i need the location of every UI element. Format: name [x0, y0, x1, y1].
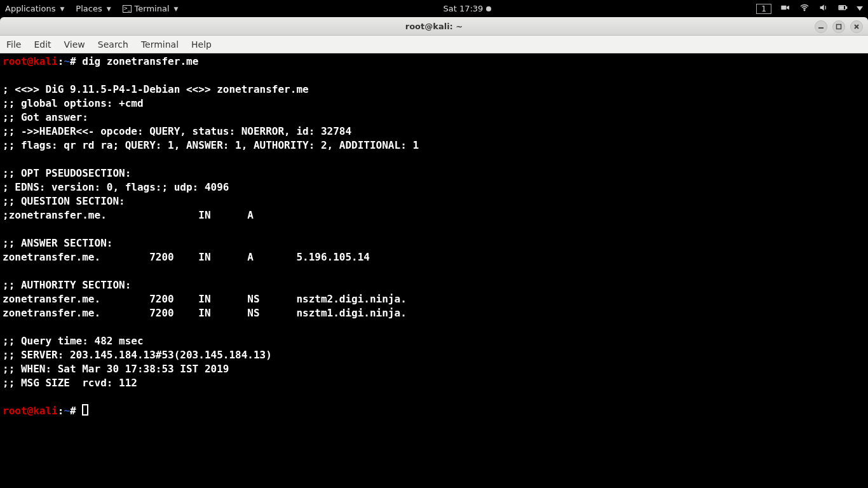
output-line: ;; Query time: 482 msec	[3, 335, 144, 347]
applications-label: Applications	[5, 4, 55, 13]
cursor-icon	[82, 404, 88, 416]
command-text: dig zonetransfer.me	[76, 55, 199, 67]
output-line: ; <<>> DiG 9.11.5-P4-1-Debian <<>> zonet…	[3, 83, 309, 95]
prompt-path: ~	[64, 405, 70, 417]
terminal-icon: >_	[123, 5, 132, 13]
output-line: ;; QUESTION SECTION:	[3, 195, 125, 207]
menu-search[interactable]: Search	[98, 39, 128, 50]
window-close-button[interactable]	[850, 20, 863, 33]
output-line: ;; ->>HEADER<<- opcode: QUERY, status: N…	[3, 125, 351, 137]
output-line: ;; WHEN: Sat Mar 30 17:38:53 IST 2019	[3, 363, 229, 375]
applications-menu[interactable]: Applications ▼	[5, 4, 64, 13]
terminal-app-label: Terminal	[135, 4, 170, 13]
workspace-indicator[interactable]: 1	[756, 4, 771, 14]
svg-point-1	[804, 10, 805, 11]
terminal-viewport[interactable]: root@kali:~# dig zonetransfer.me ; <<>> …	[0, 53, 868, 488]
prompt-at: @	[27, 55, 34, 67]
prompt-user: root	[3, 55, 27, 67]
battery-icon[interactable]	[837, 3, 848, 15]
window-maximize-button[interactable]	[832, 20, 845, 33]
dropdown-arrow-icon: ▼	[60, 6, 64, 12]
output-line: ;; global options: +cmd	[3, 97, 144, 109]
output-line: ;; SERVER: 203.145.184.13#53(203.145.184…	[3, 349, 272, 361]
system-menu-arrow-icon[interactable]	[857, 6, 863, 11]
clock[interactable]: Sat 17:39	[443, 4, 491, 13]
prompt-user: root	[3, 405, 27, 417]
window-minimize-button[interactable]	[815, 20, 827, 33]
terminal-menubar: File Edit View Search Terminal Help	[0, 36, 868, 53]
network-wifi-icon[interactable]	[799, 3, 810, 15]
output-line: zonetransfer.me. 7200 IN NS nsztm1.digi.…	[3, 307, 407, 319]
prompt-host: kali	[33, 405, 58, 417]
menu-view[interactable]: View	[64, 39, 85, 50]
prompt-host: kali	[33, 55, 58, 67]
dropdown-arrow-icon: ▼	[174, 6, 179, 12]
output-line: ;; ANSWER SECTION:	[3, 237, 112, 249]
prompt-at: @	[27, 405, 34, 417]
clock-label: Sat 17:39	[443, 4, 483, 13]
output-line: zonetransfer.me. 7200 IN NS nsztm2.digi.…	[3, 293, 407, 305]
volume-icon[interactable]	[818, 3, 829, 15]
prompt-colon: :	[58, 55, 64, 67]
prompt-hash: #	[70, 55, 76, 67]
window-title: root@kali: ~	[405, 22, 463, 31]
output-line: zonetransfer.me. 7200 IN A 5.196.105.14	[3, 251, 370, 263]
output-line: ;; AUTHORITY SECTION:	[3, 279, 131, 291]
terminal-app-menu[interactable]: >_ Terminal ▼	[123, 4, 179, 13]
notification-dot-icon	[486, 6, 491, 11]
prompt-path: ~	[64, 55, 70, 67]
places-label: Places	[76, 4, 102, 13]
menu-edit[interactable]: Edit	[34, 39, 51, 50]
svg-rect-6	[837, 25, 841, 29]
svg-rect-0	[781, 6, 786, 10]
svg-rect-4	[839, 6, 843, 9]
places-menu[interactable]: Places ▼	[76, 4, 111, 13]
gnome-top-bar: Applications ▼ Places ▼ >_ Terminal ▼ Sa…	[0, 0, 868, 17]
menu-file[interactable]: File	[6, 39, 21, 50]
output-line: ;; MSG SIZE rcvd: 112	[3, 377, 137, 389]
output-line: ; EDNS: version: 0, flags:; udp: 4096	[3, 181, 229, 193]
svg-rect-3	[846, 7, 846, 9]
prompt-colon: :	[58, 405, 64, 417]
output-line: ;zonetransfer.me. IN A	[3, 209, 254, 221]
prompt-hash: #	[70, 405, 76, 417]
window-titlebar[interactable]: root@kali: ~	[0, 17, 868, 36]
dropdown-arrow-icon: ▼	[107, 6, 111, 12]
output-line: ;; OPT PSEUDOSECTION:	[3, 167, 131, 179]
video-recorder-icon[interactable]	[780, 3, 790, 15]
output-line: ;; flags: qr rd ra; QUERY: 1, ANSWER: 1,…	[3, 139, 419, 151]
output-line: ;; Got answer:	[3, 111, 88, 123]
menu-help[interactable]: Help	[191, 39, 212, 50]
menu-terminal[interactable]: Terminal	[141, 39, 179, 50]
